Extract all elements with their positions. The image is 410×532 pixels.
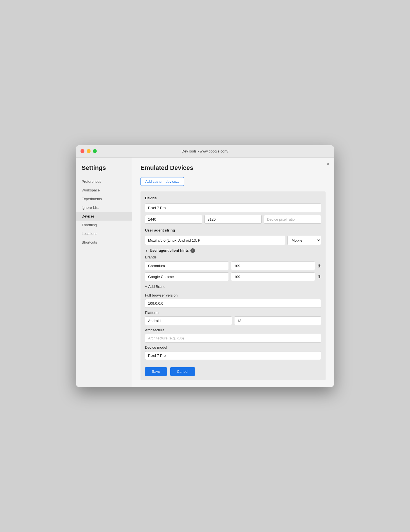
width-input[interactable] <box>145 215 202 224</box>
main-content: × Emulated Devices Add custom device... … <box>132 158 334 387</box>
add-brand-label: Add Brand <box>148 284 165 289</box>
sidebar-item-shortcuts[interactable]: Shortcuts <box>76 238 132 247</box>
brand-row-chrome: 🗑 <box>145 272 321 281</box>
sidebar-item-devices[interactable]: Devices <box>76 212 132 221</box>
titlebar: DevTools - www.google.com/ <box>76 145 334 158</box>
page-title: Emulated Devices <box>140 164 326 172</box>
add-brand-button[interactable]: + Add Brand <box>145 283 165 290</box>
user-agent-row: Mobile Desktop <box>145 236 321 245</box>
full-browser-version-label: Full browser version <box>145 293 321 297</box>
platform-version-input[interactable] <box>234 316 321 325</box>
sidebar-item-locations[interactable]: Locations <box>76 229 132 238</box>
height-input[interactable] <box>204 215 262 224</box>
brand-name-input-1[interactable] <box>145 272 229 281</box>
brand-version-input-1[interactable] <box>231 272 315 281</box>
sidebar-item-workspace[interactable]: Workspace <box>76 186 132 195</box>
dimensions-row <box>145 215 321 224</box>
titlebar-title: DevTools - www.google.com/ <box>182 149 229 153</box>
sidebar-item-throttling[interactable]: Throttling <box>76 221 132 229</box>
sidebar-item-preferences[interactable]: Preferences <box>76 177 132 186</box>
brands-label: Brands <box>145 255 321 259</box>
hints-toggle-icon[interactable]: ▼ <box>145 249 148 252</box>
device-name-input[interactable] <box>145 203 321 212</box>
ua-type-select[interactable]: Mobile Desktop <box>287 236 321 245</box>
hints-header: ▼ User agent client hints i <box>145 248 321 253</box>
user-agent-input[interactable] <box>145 236 285 245</box>
platform-row <box>145 316 321 325</box>
devtools-window: DevTools - www.google.com/ Settings Pref… <box>76 145 334 387</box>
info-icon[interactable]: i <box>190 248 195 253</box>
platform-label: Platform <box>145 311 321 315</box>
delete-brand-0-icon[interactable]: 🗑 <box>317 263 321 268</box>
platform-name-input[interactable] <box>145 316 232 325</box>
sidebar-item-ignore-list[interactable]: Ignore List <box>76 203 132 212</box>
sidebar: Settings Preferences Workspace Experimen… <box>76 158 132 387</box>
architecture-input[interactable] <box>145 334 321 343</box>
device-section-label: Device <box>145 196 321 200</box>
minimize-traffic-light[interactable] <box>87 149 91 153</box>
maximize-traffic-light[interactable] <box>93 149 97 153</box>
action-buttons: Save Cancel <box>145 367 321 376</box>
user-agent-label: User agent string <box>145 228 321 232</box>
device-model-label: Device model <box>145 345 321 350</box>
add-custom-device-button[interactable]: Add custom device... <box>140 177 184 186</box>
brand-version-input-0[interactable] <box>231 262 315 270</box>
full-browser-version-input[interactable] <box>145 299 321 308</box>
close-button[interactable]: × <box>326 161 330 166</box>
cancel-button[interactable]: Cancel <box>170 367 195 376</box>
delete-brand-1-icon[interactable]: 🗑 <box>317 274 321 279</box>
brand-name-input-0[interactable] <box>145 262 229 270</box>
architecture-label: Architecture <box>145 328 321 332</box>
sidebar-item-experiments[interactable]: Experiments <box>76 195 132 203</box>
sidebar-heading: Settings <box>76 164 132 177</box>
close-traffic-light[interactable] <box>80 149 84 153</box>
window-body: Settings Preferences Workspace Experimen… <box>76 158 334 387</box>
hints-title: User agent client hints <box>150 248 189 253</box>
hints-section: ▼ User agent client hints i Brands 🗑 <box>145 248 321 363</box>
brand-row-chromium: 🗑 <box>145 262 321 270</box>
traffic-lights <box>80 149 97 153</box>
device-model-input[interactable] <box>145 351 321 360</box>
save-button[interactable]: Save <box>145 367 167 376</box>
plus-icon: + <box>145 284 147 289</box>
pixel-ratio-input[interactable] <box>264 215 321 224</box>
device-form: Device User agent string Mobile Desktop <box>140 191 326 380</box>
